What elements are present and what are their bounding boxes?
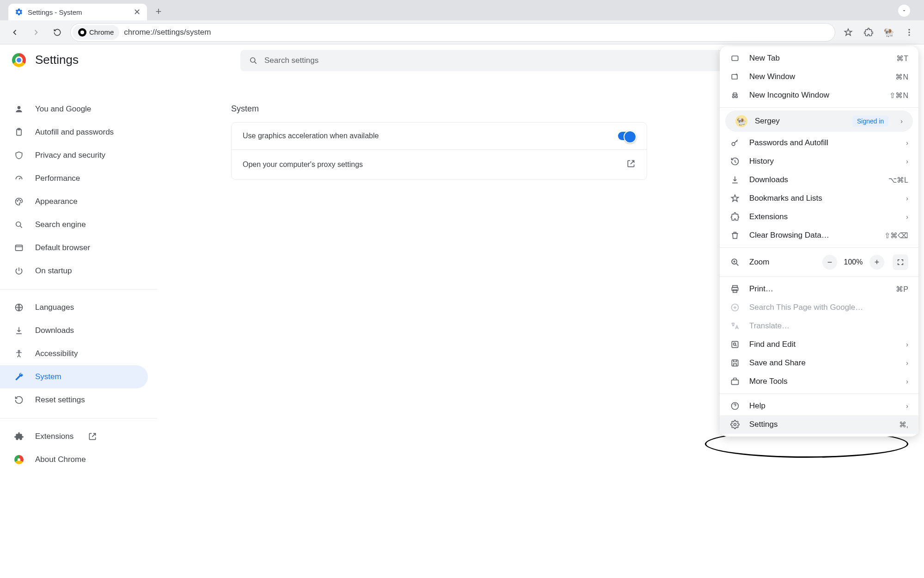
new-window-icon bbox=[730, 72, 740, 81]
settings-sidebar: You and Google Autofill and passwords Pr… bbox=[0, 86, 157, 483]
sidebar-item-performance[interactable]: Performance bbox=[0, 167, 148, 190]
close-icon[interactable]: ✕ bbox=[134, 8, 141, 16]
profile-avatar-icon[interactable]: 🐏 bbox=[881, 24, 897, 41]
svg-point-10 bbox=[16, 222, 21, 227]
menu-label: Print… bbox=[749, 284, 887, 294]
menu-history[interactable]: History › bbox=[720, 152, 918, 171]
divider bbox=[0, 289, 157, 289]
chip-label: Chrome bbox=[89, 28, 114, 36]
menu-clear-data[interactable]: Clear Browsing Data… ⇧⌘⌫ bbox=[720, 226, 918, 245]
menu-label: History bbox=[749, 157, 897, 166]
sidebar-item-you-and-google[interactable]: You and Google bbox=[0, 98, 148, 121]
zoom-in-button[interactable]: + bbox=[869, 255, 884, 270]
menu-passwords[interactable]: Passwords and Autofill › bbox=[720, 134, 918, 152]
divider bbox=[720, 107, 918, 108]
gpu-accel-toggle[interactable] bbox=[618, 132, 636, 140]
chevron-right-icon: › bbox=[906, 359, 908, 367]
site-chip[interactable]: Chrome bbox=[73, 25, 119, 40]
menu-profile-row[interactable]: 🐏 Sergey Signed in › bbox=[725, 111, 913, 132]
search-placeholder: Search settings bbox=[264, 56, 318, 65]
menu-shortcut: ⌘N bbox=[895, 73, 908, 81]
menu-print[interactable]: Print… ⌘P bbox=[720, 280, 918, 298]
gear-icon bbox=[15, 8, 23, 16]
download-icon bbox=[730, 175, 740, 184]
menu-incognito[interactable]: New Incognito Window ⇧⌘N bbox=[720, 86, 918, 105]
extensions-icon[interactable] bbox=[860, 24, 877, 41]
menu-more-tools[interactable]: More Tools › bbox=[720, 372, 918, 391]
sidebar-item-downloads[interactable]: Downloads bbox=[0, 319, 148, 342]
zoom-out-button[interactable]: − bbox=[822, 255, 837, 270]
open-external-icon bbox=[87, 432, 98, 441]
menu-save-share[interactable]: Save and Share › bbox=[720, 354, 918, 372]
sidebar-item-on-startup[interactable]: On startup bbox=[0, 259, 148, 283]
chevron-right-icon: › bbox=[906, 195, 908, 202]
sidebar-item-autofill[interactable]: Autofill and passwords bbox=[0, 121, 148, 144]
svg-point-17 bbox=[735, 96, 737, 98]
proxy-settings-row[interactable]: Open your computer's proxy settings bbox=[232, 149, 647, 179]
menu-label: New Window bbox=[749, 72, 886, 81]
sidebar-label: Accessibility bbox=[35, 349, 78, 358]
address-bar[interactable]: Chrome chrome://settings/system bbox=[70, 23, 835, 42]
sidebar-item-accessibility[interactable]: Accessibility bbox=[0, 342, 148, 365]
menu-label: More Tools bbox=[749, 377, 897, 386]
svg-point-29 bbox=[734, 424, 736, 426]
avatar-icon: 🐏 bbox=[735, 115, 747, 127]
history-icon bbox=[730, 157, 740, 166]
star-icon bbox=[730, 194, 740, 203]
menu-settings[interactable]: Settings ⌘, bbox=[720, 415, 918, 434]
menu-bookmarks[interactable]: Bookmarks and Lists › bbox=[720, 189, 918, 208]
chevron-right-icon: › bbox=[906, 378, 908, 385]
menu-extensions[interactable]: Extensions › bbox=[720, 208, 918, 226]
forward-button[interactable] bbox=[28, 24, 44, 41]
menu-shortcut: ⌘, bbox=[899, 420, 908, 429]
sidebar-item-search-engine[interactable]: Search engine bbox=[0, 213, 148, 236]
person-icon bbox=[14, 105, 24, 114]
sidebar-item-about[interactable]: About Chrome bbox=[0, 448, 148, 471]
tab-strip: Settings - System ✕ + bbox=[0, 0, 924, 20]
menu-search-page: Search This Page with Google… bbox=[720, 298, 918, 317]
new-tab-button[interactable]: + bbox=[151, 4, 166, 19]
fullscreen-button[interactable] bbox=[893, 254, 908, 270]
svg-rect-14 bbox=[732, 56, 738, 61]
sidebar-item-default-browser[interactable]: Default browser bbox=[0, 236, 148, 259]
sidebar-item-languages[interactable]: Languages bbox=[0, 296, 148, 319]
search-settings-input[interactable]: Search settings bbox=[240, 50, 730, 71]
menu-new-window[interactable]: New Window ⌘N bbox=[720, 68, 918, 86]
svg-rect-11 bbox=[16, 245, 23, 251]
sidebar-item-appearance[interactable]: Appearance bbox=[0, 190, 148, 213]
zoom-value: 100% bbox=[842, 258, 865, 266]
reload-button[interactable] bbox=[49, 24, 66, 41]
help-icon bbox=[730, 401, 740, 411]
gpu-accel-row: Use graphics acceleration when available bbox=[232, 123, 647, 149]
sidebar-item-privacy[interactable]: Privacy and security bbox=[0, 144, 148, 167]
menu-label: Downloads bbox=[749, 175, 879, 184]
tab-search-button[interactable] bbox=[898, 5, 910, 17]
sidebar-item-system[interactable]: System bbox=[0, 365, 148, 388]
svg-point-18 bbox=[732, 142, 735, 146]
download-icon bbox=[14, 326, 24, 335]
speedometer-icon bbox=[14, 174, 24, 183]
back-button[interactable] bbox=[6, 24, 23, 41]
menu-new-tab[interactable]: New Tab ⌘T bbox=[720, 49, 918, 68]
browser-icon bbox=[14, 243, 24, 252]
sidebar-item-extensions-link[interactable]: Extensions bbox=[0, 425, 148, 448]
menu-zoom-row: Zoom − 100% + bbox=[720, 251, 918, 274]
signed-in-badge: Signed in bbox=[852, 116, 888, 127]
menu-downloads[interactable]: Downloads ⌥⌘L bbox=[720, 171, 918, 189]
menu-shortcut: ⌘P bbox=[896, 285, 908, 294]
svg-rect-27 bbox=[732, 380, 739, 385]
bookmark-star-icon[interactable] bbox=[840, 24, 857, 41]
menu-help[interactable]: Help › bbox=[720, 397, 918, 415]
sidebar-label: On startup bbox=[35, 266, 72, 276]
browser-toolbar: Chrome chrome://settings/system 🐏 bbox=[0, 20, 924, 44]
divider bbox=[720, 394, 918, 394]
browser-tab[interactable]: Settings - System ✕ bbox=[8, 4, 147, 20]
menu-label: Find and Edit bbox=[749, 340, 897, 349]
app-menu-button[interactable] bbox=[901, 24, 918, 41]
wrench-icon bbox=[14, 372, 24, 381]
menu-find-edit[interactable]: Find and Edit › bbox=[720, 335, 918, 354]
sidebar-item-reset[interactable]: Reset settings bbox=[0, 388, 148, 412]
row-label: Open your computer's proxy settings bbox=[243, 160, 363, 169]
menu-label: Extensions bbox=[749, 212, 897, 221]
sidebar-label: You and Google bbox=[35, 105, 91, 114]
